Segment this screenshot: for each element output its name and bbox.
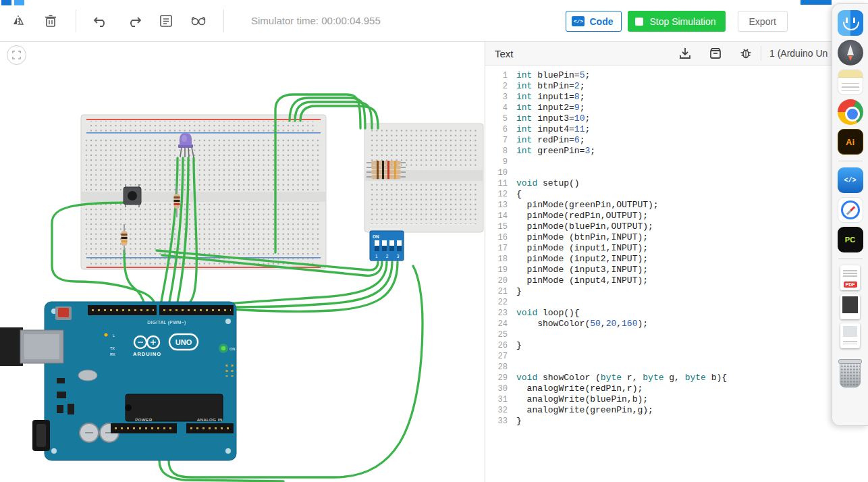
toolbar-separator (223, 9, 224, 32)
arduino-brand: ARDUINO (133, 351, 161, 357)
dip-switch[interactable]: ON 1 2 3 4 (370, 231, 413, 261)
simulator-time: Simulator time: 00:00:04.955 (251, 15, 381, 26)
redo-icon (126, 15, 141, 27)
pycharm-label: PC (845, 236, 855, 244)
arduino-uno[interactable]: DIGITAL (PWM~) L TX RX ON ARDUINO (0, 302, 236, 460)
flip-button[interactable] (9, 12, 27, 30)
code-lines: 1int bluePin=5;2int btnPin=2;3int input1… (485, 70, 868, 427)
code-line: 7int redPin=6; (485, 135, 868, 146)
on-led-label: ON (229, 347, 235, 351)
code-line: 2int btnPin=2; (485, 81, 868, 92)
code-button[interactable]: </> Code (566, 11, 622, 32)
circuit-drawing: ON 1 2 3 4 (0, 42, 485, 482)
code-line: 25 (485, 329, 868, 340)
pycharm-icon[interactable]: PC (838, 227, 863, 252)
digital-label: DIGITAL (PWM~) (147, 320, 186, 325)
libraries-button[interactable] (700, 42, 730, 65)
code-line: 27 (485, 351, 868, 362)
pushbutton[interactable] (124, 184, 141, 207)
library-icon (709, 47, 722, 59)
breadboard-large[interactable] (81, 115, 326, 269)
dip-on-label: ON (373, 234, 379, 239)
code-line: 31 analogWrite(bluePin,b); (485, 394, 868, 405)
header-fragment-right (801, 0, 832, 5)
download-code-button[interactable] (670, 42, 700, 65)
delete-button[interactable] (42, 12, 59, 30)
launchpad-icon[interactable] (838, 40, 863, 65)
header-fragment-left (1, 0, 11, 5)
fit-view-icon (11, 50, 22, 60)
code-line: 11void setup() (485, 178, 868, 189)
code-panel-header: Text (485, 42, 868, 65)
export-button[interactable]: Export (738, 11, 788, 32)
led-l-label: L (113, 333, 115, 338)
safari-icon[interactable] (838, 197, 863, 223)
code-line: 14 pinMode(redPin,OUTPUT); (485, 211, 868, 221)
code-line: 32 analogWrite(greenPin,g); (485, 405, 868, 416)
analog-label: ANALOG IN (197, 418, 223, 422)
code-line: 18 pinMode (input2,INPUT); (485, 254, 868, 265)
top-toolbar: Simulator time: 00:00:04.955 </> Code St… (0, 0, 832, 42)
flip-icon (11, 14, 25, 28)
stop-button-label: Stop Simulation (649, 16, 715, 27)
code-editor[interactable]: 1int bluePin=5;2int btnPin=2;3int input1… (485, 65, 868, 427)
stop-icon (635, 18, 643, 26)
code-line: 22 (485, 297, 868, 308)
annotation-button[interactable] (157, 12, 175, 30)
code-line: 3int input1=8; (485, 92, 868, 103)
toolbar-left-group: Simulator time: 00:00:04.955 (0, 9, 381, 32)
code-line: 21} (485, 286, 868, 297)
code-line: 24 showColor(50,20,160); (485, 319, 868, 329)
code-line: 4int input2=9; (485, 103, 868, 113)
illustrator-label: Ai (846, 137, 855, 147)
power-label: POWER (135, 418, 153, 422)
undo-button[interactable] (92, 12, 110, 30)
macos-dock: Ai </> PC PDF (832, 3, 868, 426)
code-line: 1int bluePin=5; (485, 70, 868, 81)
code-line: 16 pinMode (btnPin,INPUT); (485, 232, 868, 243)
illustrator-icon[interactable]: Ai (838, 129, 863, 155)
dip-numbers: 1 2 3 4 (375, 254, 413, 259)
pdf-document-icon[interactable]: PDF (840, 265, 860, 290)
code-line: 15 pinMode(bluePin,OUTPUT); (485, 221, 868, 232)
code-mode-dropdown[interactable]: Text (485, 42, 523, 65)
debugger-button[interactable] (730, 42, 761, 65)
code-button-label: Code (589, 16, 613, 27)
stop-simulation-button[interactable]: Stop Simulation (628, 11, 725, 32)
notes-icon[interactable] (838, 70, 863, 95)
zoom-to-fit-button[interactable] (7, 45, 26, 65)
trash-icon[interactable] (840, 361, 861, 387)
undo-icon (94, 15, 109, 27)
document-dark-icon[interactable] (840, 294, 860, 319)
code-mode-label: Text (495, 48, 514, 59)
code-line: 19 pinMode (input3,INPUT); (485, 265, 868, 275)
toolbar-separator (76, 9, 76, 32)
document-light-icon[interactable] (840, 323, 860, 348)
code-panel-icon: </> (572, 16, 585, 26)
microcontroller-chip (125, 394, 223, 421)
code-editor-app-icon[interactable]: </> (838, 167, 863, 193)
code-line: 17 pinMode (input1,INPUT); (485, 243, 868, 254)
export-button-label: Export (749, 16, 776, 27)
download-icon (679, 47, 691, 59)
code-line: 29void showColor (byte r, byte g, byte b… (485, 373, 868, 383)
chrome-icon[interactable] (838, 99, 863, 125)
tx-label: TX (110, 346, 115, 350)
finder-icon[interactable] (838, 10, 863, 36)
component-visibility-button[interactable] (190, 12, 207, 30)
debug-bug-icon (740, 47, 752, 59)
code-line: 8int greenPin=3; (485, 146, 868, 157)
arduino-model: UNO (175, 338, 192, 346)
code-line: 23void loop(){ (485, 308, 868, 319)
code-line: 12{ (485, 189, 868, 200)
redo-button[interactable] (125, 12, 142, 30)
header-fragment-left2 (14, 0, 24, 5)
goggles-icon (190, 16, 207, 26)
tinkercad-circuits-app: Simulator time: 00:00:04.955 </> Code St… (0, 0, 868, 482)
circuit-canvas[interactable]: ON 1 2 3 4 (0, 42, 485, 482)
code-line: 30 analogWrite(redPin,r); (485, 383, 868, 394)
trash-icon (45, 14, 57, 28)
code-line: 6int input4=11; (485, 124, 868, 135)
code-line: 9 (485, 157, 868, 167)
code-line: 10 (485, 167, 868, 178)
